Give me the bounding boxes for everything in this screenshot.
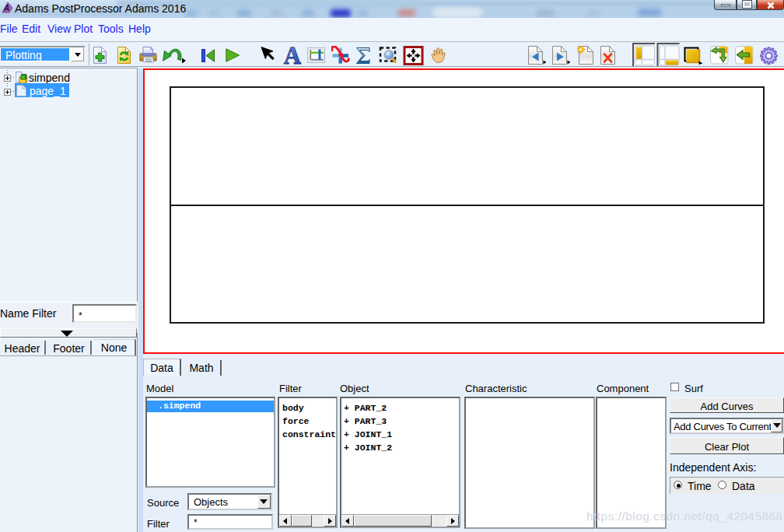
svg-text:A: A [284,46,302,65]
svg-text:A: A [3,4,9,12]
